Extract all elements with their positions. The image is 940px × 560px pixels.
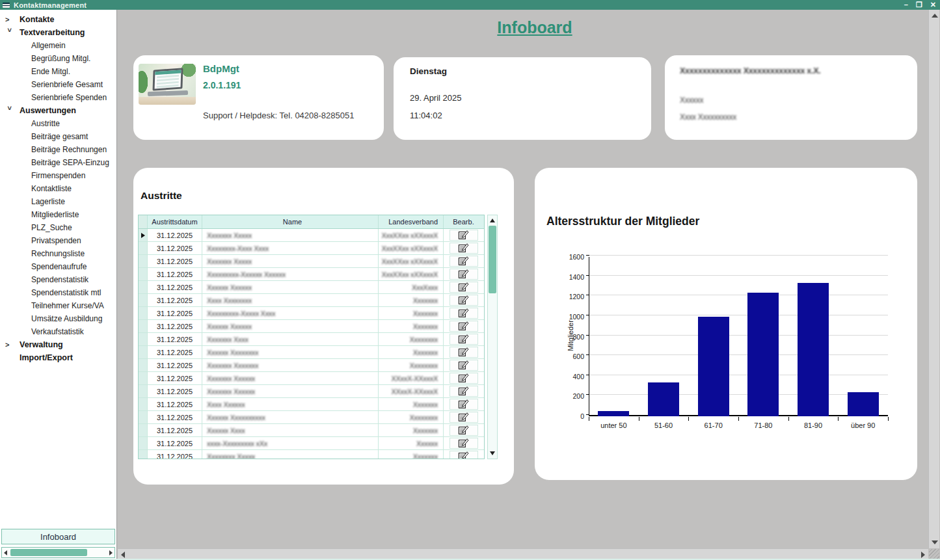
row-selector-cell[interactable]	[139, 359, 148, 371]
scroll-down-arrow[interactable]	[932, 540, 938, 544]
date-cell[interactable]: 31.12.2025	[148, 307, 202, 319]
row-selector-cell[interactable]	[139, 437, 148, 449]
date-cell[interactable]: 31.12.2025	[148, 424, 202, 436]
table-row[interactable]: 31.12.2025Xxxxxxx XxxxxxxXxxxxxxx	[139, 359, 484, 372]
date-cell[interactable]: 31.12.2025	[148, 255, 202, 267]
sidebar-item-allgemein[interactable]: Allgemein	[0, 39, 116, 52]
edit-row-button[interactable]	[450, 360, 478, 371]
edit-row-button[interactable]	[450, 373, 478, 384]
sidebar-item-begr-ung-mitgl-[interactable]: Begrüßung Mitgl.	[0, 52, 116, 65]
row-selector-cell[interactable]	[139, 255, 148, 267]
landesverband-cell[interactable]: Xxxxxxx	[379, 346, 444, 358]
edit-row-button[interactable]	[450, 308, 478, 319]
row-selector-cell[interactable]	[139, 372, 148, 384]
landesverband-cell[interactable]: XXxxX-XXxxxX	[379, 372, 444, 384]
landesverband-cell[interactable]: XxxXXxx xXXxxxX	[379, 229, 444, 241]
edit-row-button[interactable]	[450, 347, 478, 358]
sidebar-item-lagerliste[interactable]: Lagerliste	[0, 195, 116, 208]
landesverband-cell[interactable]: XXxxX-XXxxxX	[379, 385, 444, 397]
row-selector-cell[interactable]	[139, 398, 148, 410]
edit-row-button[interactable]	[450, 295, 478, 306]
date-cell[interactable]: 31.12.2025	[148, 437, 202, 449]
name-cell[interactable]: Xxxx Xxxxxx	[202, 398, 379, 410]
edit-row-button[interactable]	[450, 399, 478, 410]
edit-row-button[interactable]	[450, 425, 478, 436]
sidebar-item-verkaufstatistik[interactable]: Verkaufstatistik	[0, 325, 116, 338]
sidebar-hscrollbar[interactable]	[1, 547, 115, 558]
sidebar-item-ende-mitgl-[interactable]: Ende Mitgl.	[0, 65, 116, 78]
sidebar-item-privatspenden[interactable]: Privatspenden	[0, 234, 116, 247]
table-row[interactable]: 31.12.2025Xxxxxxxxx-Xxxxxx XxxxxxXxxXXxx…	[139, 268, 484, 281]
row-selector-cell[interactable]	[139, 346, 148, 358]
date-cell[interactable]: 31.12.2025	[148, 372, 202, 384]
scroll-down-arrow[interactable]	[490, 451, 495, 455]
name-cell[interactable]: Xxxxxxx Xxxxxxx	[202, 359, 379, 371]
main-hscrollbar[interactable]	[118, 548, 928, 559]
column-header[interactable]: Austrittsdatum	[148, 215, 202, 228]
table-row[interactable]: 31.12.2025Xxxxxxx XxxxxxXXxxX-XXxxxX	[139, 372, 484, 385]
name-cell[interactable]: Xxxxxx Xxxxxxxx	[202, 346, 379, 358]
scroll-up-arrow[interactable]	[490, 219, 495, 222]
date-cell[interactable]: 31.12.2025	[148, 385, 202, 397]
landesverband-cell[interactable]: Xxxxxxx	[379, 320, 444, 332]
landesverband-cell[interactable]: XxxXXxx xXXxxxX	[379, 268, 444, 280]
table-row[interactable]: 31.12.2025Xxxxxxx XxxxXxxxxxxx	[139, 333, 484, 346]
landesverband-cell[interactable]: Xxxxxxx	[379, 424, 444, 436]
edit-row-button[interactable]	[450, 243, 478, 254]
sidebar-item-verwaltung[interactable]: >Verwaltung	[0, 338, 116, 351]
edit-row-button[interactable]	[450, 256, 478, 267]
table-row[interactable]: 31.12.2025Xxxxxx XxxxxxXxxXxxx	[139, 281, 484, 294]
name-cell[interactable]: Xxxxxxxxx-Xxxxx Xxxx	[202, 307, 379, 319]
minimize-button[interactable]: –	[904, 0, 908, 10]
table-row[interactable]: 31.12.2025Xxxxxxx XxxxxXxxXXxx xXXxxxX	[139, 255, 484, 268]
name-cell[interactable]: xxxx-Xxxxxxxxx xXx	[202, 437, 379, 449]
edit-row-button[interactable]	[450, 334, 478, 345]
sidebar-item-spendenstatistik-mtl[interactable]: Spendenstatistik mtl	[0, 286, 116, 299]
date-cell[interactable]: 31.12.2025	[148, 398, 202, 410]
table-row[interactable]: 31.12.2025Xxxxxxxx XxxxxXxxxxxx	[139, 450, 484, 459]
row-selector-cell[interactable]	[139, 320, 148, 332]
landesverband-cell[interactable]: Xxxxxxx	[379, 307, 444, 319]
sidebar-item-teilnehmer-kurse-va[interactable]: Teilnehmer Kurse/VA	[0, 299, 116, 312]
column-header[interactable]	[139, 215, 148, 228]
sidebar-item-austritte[interactable]: Austritte	[0, 117, 116, 130]
table-row[interactable]: 31.12.2025Xxxxxx XxxxxxxxxxXxxxxxxx	[139, 411, 484, 424]
row-selector-cell[interactable]	[139, 307, 148, 319]
scroll-up-arrow[interactable]	[932, 14, 938, 18]
row-selector-cell[interactable]	[139, 333, 148, 345]
landesverband-cell[interactable]: XxxXXxx xXXxxxX	[379, 242, 444, 254]
name-cell[interactable]: Xxxxxxx Xxxx	[202, 333, 379, 345]
landesverband-cell[interactable]: Xxxxxxxx	[379, 411, 444, 423]
maximize-button[interactable]: ❐	[916, 0, 922, 10]
name-cell[interactable]: Xxxx Xxxxxxxx	[202, 294, 379, 306]
landesverband-cell[interactable]: Xxxxxxx	[379, 398, 444, 410]
sidebar-item-plz-suche[interactable]: PLZ_Suche	[0, 221, 116, 234]
name-cell[interactable]: Xxxxxxxx-Xxxx Xxxx	[202, 242, 379, 254]
table-row[interactable]: 31.12.2025Xxxxxx XxxxxxXxxxxxx	[139, 320, 484, 333]
sidebar-item-firmenspenden[interactable]: Firmenspenden	[0, 169, 116, 182]
landesverband-cell[interactable]: Xxxxxxxx	[379, 359, 444, 371]
table-row[interactable]: 31.12.2025Xxxx XxxxxxxxXxxxxxx	[139, 294, 484, 307]
main-vscrollbar[interactable]	[928, 10, 939, 548]
row-selector-cell[interactable]	[139, 268, 148, 280]
sidebar-item-beitr-ge-sepa-einzug[interactable]: Beiträge SEPA-Einzug	[0, 156, 116, 169]
sidebar-item-serienbriefe-spenden[interactable]: Serienbriefe Spenden	[0, 91, 116, 104]
chevron-right-icon[interactable]: >	[5, 341, 14, 349]
row-selector-cell[interactable]	[139, 242, 148, 254]
chevron-down-icon[interactable]: >	[6, 106, 14, 115]
name-cell[interactable]: Xxxxxxxxx-Xxxxxx Xxxxxx	[202, 268, 379, 280]
close-button[interactable]: ✕	[930, 0, 936, 10]
table-row[interactable]: 31.12.2025Xxxxxxx XxxxxxXXxxX-XXxxxX	[139, 385, 484, 398]
column-header[interactable]: Landesverband	[379, 215, 444, 228]
sidebar-item-import-export[interactable]: Import/Export	[0, 351, 116, 364]
table-row[interactable]: 31.12.2025Xxxxxx XxxxxxxxXxxxxxx	[139, 346, 484, 359]
chevron-down-icon[interactable]: >	[6, 28, 14, 37]
landesverband-cell[interactable]: XxxXxxx	[379, 281, 444, 293]
sidebar-item-textverarbeitung[interactable]: >Textverarbeitung	[0, 26, 116, 39]
row-selector-cell[interactable]	[139, 385, 148, 397]
edit-row-button[interactable]	[450, 230, 478, 241]
edit-row-button[interactable]	[450, 269, 478, 280]
sidebar-item-auswertungen[interactable]: >Auswertungen	[0, 104, 116, 117]
resize-grip[interactable]	[929, 549, 939, 559]
date-cell[interactable]: 31.12.2025	[148, 281, 202, 293]
